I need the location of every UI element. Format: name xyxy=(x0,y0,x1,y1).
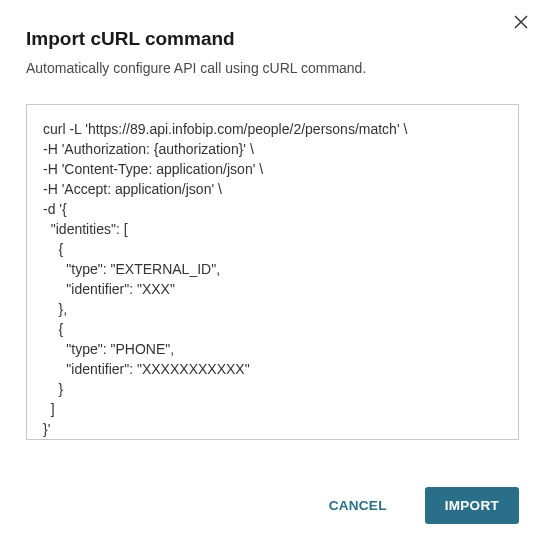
dialog-content: Import cURL command Automatically config… xyxy=(0,0,545,444)
cancel-button[interactable]: CANCEL xyxy=(309,487,407,524)
dialog-footer: CANCEL IMPORT xyxy=(309,487,519,524)
close-button[interactable] xyxy=(511,12,531,32)
dialog-title: Import cURL command xyxy=(26,28,519,50)
import-button[interactable]: IMPORT xyxy=(425,487,519,524)
dialog-subtitle: Automatically configure API call using c… xyxy=(26,60,519,76)
curl-input[interactable] xyxy=(26,104,519,440)
close-icon xyxy=(513,14,529,30)
